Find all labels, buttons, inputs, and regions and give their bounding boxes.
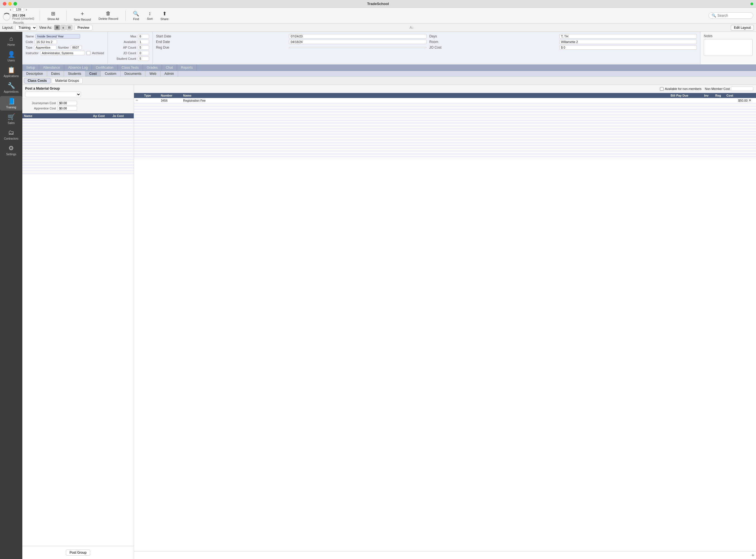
- ap-count-label: AP Count: [111, 46, 136, 49]
- days-value[interactable]: T, TH: [559, 34, 697, 39]
- share-button[interactable]: ⬆ Share: [159, 10, 170, 21]
- tab-chat[interactable]: Chat: [162, 65, 177, 71]
- name-value[interactable]: Inside Second Year: [36, 34, 80, 39]
- tab-reports[interactable]: Reports: [177, 65, 197, 71]
- material-panel-header: Post a Material Group: [22, 85, 134, 99]
- sidebar-label-applications: Applications: [4, 74, 19, 77]
- row-delete[interactable]: ✕: [748, 98, 755, 102]
- material-group-dropdown[interactable]: [25, 92, 81, 97]
- main-layout: ⌂ Home 👤 Users 📋 Applications 🔧 Apprenti…: [0, 32, 756, 559]
- type-label: Type: [26, 46, 32, 49]
- max-value[interactable]: 6: [138, 34, 149, 39]
- subtab-cost[interactable]: Cost: [86, 71, 101, 76]
- costtab-material-groups[interactable]: Material Groups: [52, 78, 83, 84]
- row-number: 3456: [160, 99, 183, 102]
- new-record-button[interactable]: ＋ New Record: [72, 9, 93, 22]
- room-label: Room: [429, 40, 557, 44]
- subtab-students[interactable]: Students: [64, 71, 85, 76]
- apprentice-cost-input[interactable]: [58, 106, 77, 111]
- jo-cost-value[interactable]: $ 0: [559, 45, 697, 50]
- tab-certification[interactable]: Certification: [92, 65, 117, 71]
- class-costs-table-header: Type Number Name Bill Pay Due Inv Reg Co…: [134, 93, 756, 98]
- view-card-button[interactable]: ⊞: [54, 25, 60, 30]
- records-spinner: [3, 13, 10, 21]
- days-label: Days: [429, 34, 557, 38]
- max-row: Max 6: [111, 34, 149, 39]
- delete-record-button[interactable]: 🗑 Delete Record: [97, 10, 120, 21]
- share-icon: ⬆: [162, 10, 167, 17]
- sidebar-item-contractors[interactable]: 🗂 Contractors: [0, 127, 22, 142]
- costtab-class-costs[interactable]: Class Costs: [24, 78, 50, 84]
- sidebar-label-users: Users: [7, 59, 15, 62]
- code-value[interactable]: 16 SU Ins 2: [35, 40, 57, 44]
- available-nonmembers-checkbox[interactable]: [660, 87, 664, 91]
- subtab-custom[interactable]: Custom: [101, 71, 120, 76]
- edit-layout-button[interactable]: Edit Layout: [731, 25, 754, 30]
- sidebar: ⌂ Home 👤 Users 📋 Applications 🔧 Apprenti…: [0, 32, 22, 559]
- cc-col-delete: [748, 94, 755, 97]
- view-list-button[interactable]: ≡: [61, 25, 66, 30]
- cc-col-billpaydue: Bill Pay Due: [670, 94, 704, 97]
- student-count-row: Student Count 5: [111, 57, 149, 61]
- number-value[interactable]: 8607: [71, 45, 82, 50]
- add-row-button[interactable]: ＋: [751, 552, 755, 558]
- view-table-button[interactable]: ⊟: [66, 25, 72, 30]
- sub-tabs: Description Dates Students Cost Custom D…: [22, 71, 756, 77]
- journeyman-cost-input[interactable]: [58, 101, 77, 105]
- end-date-value[interactable]: 04/18/24: [289, 40, 426, 44]
- layout-select[interactable]: Training: [15, 25, 37, 30]
- edit-icon[interactable]: ✏: [135, 98, 143, 102]
- tab-setup[interactable]: Setup: [22, 65, 39, 71]
- archived-checkbox[interactable]: [87, 51, 90, 55]
- sort-button[interactable]: ↕ Sort: [145, 10, 154, 21]
- class-costs-table-body: ✏ 3456 Registration Fee $50.00 ✕: [134, 98, 756, 551]
- reg-due-label: Reg Due: [156, 46, 287, 49]
- notes-content[interactable]: [704, 39, 753, 56]
- instructor-value[interactable]: Administrator, Systems: [40, 51, 85, 55]
- student-count-value[interactable]: 5: [138, 57, 149, 61]
- subtab-documents[interactable]: Documents: [121, 71, 146, 76]
- maximize-button[interactable]: [14, 2, 17, 6]
- sidebar-item-applications[interactable]: 📋 Applications: [0, 65, 22, 79]
- available-value[interactable]: 1: [138, 40, 149, 44]
- add-row-area: ＋: [134, 551, 756, 559]
- type-value[interactable]: Apprentice: [34, 45, 56, 50]
- subtab-web[interactable]: Web: [145, 71, 160, 76]
- start-date-value[interactable]: 07/24/23: [289, 34, 426, 39]
- tab-attendance[interactable]: Attendance: [39, 65, 64, 71]
- subtab-description[interactable]: Description: [22, 71, 47, 76]
- separator-2: [66, 10, 67, 21]
- minimize-button[interactable]: [8, 2, 12, 6]
- jo-count-value[interactable]: 0: [138, 51, 149, 55]
- search-input[interactable]: [717, 14, 756, 18]
- search-box: 🔍: [709, 12, 753, 19]
- tab-class-tests[interactable]: Class Tests: [118, 65, 143, 71]
- subtab-admin[interactable]: Admin: [161, 71, 178, 76]
- material-col-jocost: Jo Cost: [113, 114, 132, 117]
- sidebar-label-home: Home: [7, 43, 15, 46]
- sidebar-item-sales[interactable]: 🛒 Sales: [0, 112, 22, 126]
- find-button[interactable]: 🔍 Find: [131, 10, 141, 21]
- record-identity: Name Inside Second Year Code 16 SU Ins 2…: [22, 32, 108, 64]
- show-all-button[interactable]: ⊞ Show All: [46, 10, 61, 21]
- sidebar-item-users[interactable]: 👤 Users: [0, 49, 22, 64]
- preview-button[interactable]: Preview: [74, 25, 93, 30]
- tab-absence-log[interactable]: Absence Log: [64, 65, 92, 71]
- post-group-button[interactable]: Post Group: [66, 550, 90, 556]
- reg-due-value[interactable]: [289, 47, 426, 48]
- tab-grades[interactable]: Grades: [143, 65, 162, 71]
- available-nonmembers-label: Available for non-members: [665, 87, 701, 90]
- sidebar-item-settings[interactable]: ⚙ Settings: [0, 143, 22, 157]
- sidebar-item-apprentices[interactable]: 🔧 Apprentices: [0, 81, 22, 95]
- sidebar-item-home[interactable]: ⌂ Home: [0, 33, 22, 48]
- material-rows: [22, 118, 134, 174]
- ap-count-value[interactable]: 5: [138, 45, 149, 50]
- sidebar-item-training[interactable]: 📘 Training: [0, 96, 22, 111]
- separator-1: [40, 10, 40, 21]
- non-member-cost-input[interactable]: [731, 87, 753, 91]
- material-costs: Journeyman Cost Apprentice Cost: [22, 99, 134, 113]
- room-value[interactable]: Willamette 2: [559, 40, 697, 44]
- close-button[interactable]: [3, 2, 6, 6]
- subtab-dates[interactable]: Dates: [47, 71, 64, 76]
- sidebar-label-contractors: Contractors: [4, 137, 18, 140]
